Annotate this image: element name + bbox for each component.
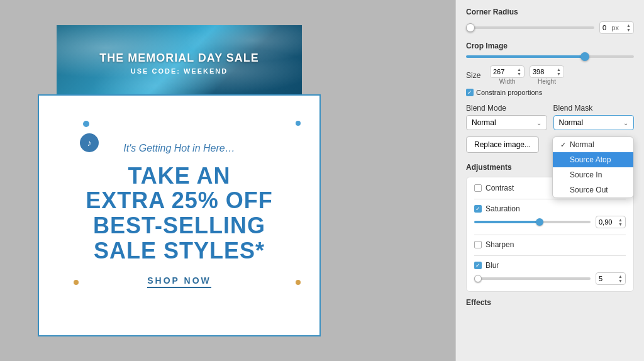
contrast-checkbox[interactable] [474, 184, 482, 192]
blur-down[interactable]: ▼ [618, 279, 623, 283]
blur-stepper[interactable]: ▲ ▼ [618, 274, 623, 283]
ad-tagline: It's Getting Hot in Here… [123, 143, 235, 154]
blur-item: ✓ Blur 5 ▲ ▼ [474, 261, 626, 285]
dropdown-normal-label: Normal [570, 140, 594, 149]
blend-mode-label: Blend Mode [466, 104, 547, 113]
size-height-label: Height [530, 78, 564, 85]
saturation-up[interactable]: ▲ [618, 218, 623, 222]
corner-radius-label: Corner Radius [466, 8, 634, 16]
size-width-down[interactable]: ▼ [517, 72, 521, 76]
dropdown-source-out-label: Source Out [570, 186, 608, 194]
replace-image-button[interactable]: Replace image... [466, 136, 539, 153]
size-label: Size [466, 71, 485, 80]
banner-image: THE MEMORIAL DAY SALE USE CODE: WEEKEND [57, 25, 302, 101]
corner-radius-track[interactable] [466, 26, 594, 29]
blur-value: 5 [599, 275, 602, 282]
blur-value-box[interactable]: 5 ▲ ▼ [596, 272, 626, 285]
blend-mask-arrow: ⌄ [623, 119, 628, 126]
sharpen-name: Sharpen [486, 240, 514, 249]
saturation-slider[interactable] [474, 221, 591, 223]
saturation-checkbox-row[interactable]: ✓ Saturation [474, 204, 626, 213]
corner-radius-value-box[interactable]: 0 px ▲ ▼ [599, 21, 634, 34]
banner-title: THE MEMORIAL DAY SALE [99, 52, 259, 65]
saturation-item: ✓ Saturation 0,90 ▲ ▼ [474, 204, 626, 228]
dropdown-item-source-atop[interactable]: ✓ Source Atop [553, 152, 633, 167]
blur-checkbox-row[interactable]: ✓ Blur [474, 261, 626, 270]
divider-2 [474, 235, 626, 235]
size-height-value: 398 [533, 68, 544, 75]
size-width-stepper[interactable]: ▲ ▼ [517, 67, 521, 76]
size-width-up[interactable]: ▲ [517, 67, 521, 72]
blend-mask-dropdown: ✓ Normal ✓ Source Atop ✓ Source In ✓ Sou… [552, 136, 634, 198]
size-height-stepper[interactable]: ▲ ▼ [557, 67, 561, 76]
sharpen-item: Sharpen [474, 240, 626, 249]
crop-image-label: Crop Image [466, 42, 634, 50]
size-width-label: Width [490, 78, 525, 85]
blur-name: Blur [486, 261, 499, 270]
corner-radius-unit: px [611, 24, 619, 31]
corner-radius-row: 0 px ▲ ▼ [466, 21, 634, 34]
constrain-checkbox[interactable]: ✓ [466, 89, 474, 96]
size-width-input[interactable]: 267 ▲ ▼ [490, 65, 525, 78]
dot-blue-tr [296, 121, 301, 126]
corner-radius-thumb[interactable] [466, 23, 475, 32]
crop-slider-thumb[interactable] [580, 52, 589, 61]
blend-mask-value: Normal [559, 118, 584, 127]
blend-mode-select[interactable]: Normal ⌄ [466, 115, 547, 130]
ad-shop-now: SHOP NOW [147, 275, 211, 288]
divider-1 [474, 199, 626, 199]
blur-slider-row: 5 ▲ ▼ [474, 272, 626, 285]
sharpen-checkbox-row[interactable]: Sharpen [474, 240, 626, 249]
contrast-name: Contrast [486, 184, 514, 192]
blend-mode-value: Normal [472, 118, 496, 127]
dropdown-item-source-in[interactable]: ✓ Source In [553, 167, 633, 182]
blend-mask-select[interactable]: Normal ⌄ [553, 115, 635, 130]
blur-slider[interactable] [474, 277, 591, 280]
dropdown-source-atop-label: Source Atop [570, 155, 611, 164]
saturation-checkbox[interactable]: ✓ [474, 205, 482, 213]
size-width-group: 267 ▲ ▼ Width [490, 65, 525, 85]
check-icon: ✓ [560, 141, 566, 149]
saturation-slider-thumb[interactable] [536, 218, 543, 226]
dropdown-item-normal[interactable]: ✓ Normal [553, 137, 633, 152]
saturation-value: 0,90 [599, 218, 612, 226]
size-row: Size 267 ▲ ▼ Width 398 ▲ ▼ [466, 65, 634, 85]
right-panel: Corner Radius 0 px ▲ ▼ Crop Image Size [455, 0, 644, 361]
ad-main-text: TAKE ANEXTRA 25% OFFBEST-SELLINGSALE STY… [86, 164, 273, 263]
constrain-row[interactable]: ✓ Constrain proportions [466, 89, 634, 96]
size-height-group: 398 ▲ ▼ Height [530, 65, 564, 85]
blend-row: Blend Mode Normal ⌄ Blend Mask Normal ⌄ … [466, 104, 634, 130]
dropdown-item-source-out[interactable]: ✓ Source Out [553, 182, 633, 197]
effects-label: Effects [466, 298, 634, 307]
corner-radius-up[interactable]: ▲ [626, 23, 631, 28]
blur-up[interactable]: ▲ [618, 274, 623, 279]
banner-subtitle: USE CODE: WEEKEND [131, 67, 228, 75]
sharpen-checkbox[interactable] [474, 241, 482, 248]
blend-mask-col: Blend Mask Normal ⌄ ✓ Normal ✓ Source At… [553, 104, 635, 130]
size-width-value: 267 [493, 68, 504, 75]
dot-gold-bl [74, 280, 79, 285]
corner-radius-down[interactable]: ▼ [626, 28, 631, 32]
dot-blue-tl [83, 121, 89, 127]
crop-slider-track[interactable] [466, 55, 634, 58]
blend-mode-arrow: ⌄ [536, 119, 541, 126]
dropdown-source-in-label: Source In [570, 170, 602, 179]
crop-slider-row [466, 55, 634, 58]
divider-3 [474, 255, 626, 256]
saturation-down[interactable]: ▼ [618, 222, 623, 226]
saturation-name: Saturation [486, 204, 520, 213]
dot-gold-br [296, 280, 301, 285]
blend-mode-col: Blend Mode Normal ⌄ [466, 104, 547, 130]
saturation-value-box[interactable]: 0,90 ▲ ▼ [596, 216, 626, 228]
blend-mask-label: Blend Mask [553, 104, 635, 113]
size-height-up[interactable]: ▲ [557, 67, 561, 72]
canvas-area: THE MEMORIAL DAY SALE USE CODE: WEEKEND … [0, 0, 455, 361]
ad-card: ♪ It's Getting Hot in Here… TAKE ANEXTRA… [38, 94, 321, 336]
constrain-label: Constrain proportions [476, 89, 542, 96]
saturation-stepper[interactable]: ▲ ▼ [618, 218, 623, 226]
corner-radius-stepper[interactable]: ▲ ▼ [626, 23, 631, 32]
size-height-down[interactable]: ▼ [557, 72, 561, 76]
blur-checkbox[interactable]: ✓ [474, 262, 482, 269]
size-height-input[interactable]: 398 ▲ ▼ [530, 65, 564, 78]
blur-slider-thumb[interactable] [474, 275, 482, 282]
